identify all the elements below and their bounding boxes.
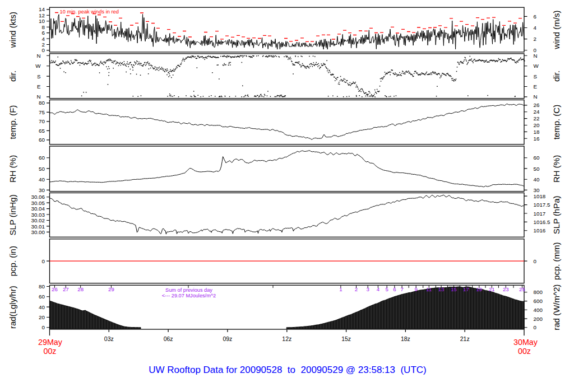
svg-text:0: 0 (534, 258, 537, 264)
svg-text:16: 16 (534, 136, 540, 142)
svg-text:2: 2 (355, 286, 358, 292)
svg-text:E: E (37, 83, 41, 90)
svg-text:1016: 1016 (534, 227, 546, 234)
svg-text:27: 27 (63, 286, 69, 292)
svg-text:N: N (534, 53, 538, 59)
svg-text:2: 2 (42, 41, 45, 48)
svg-text:60: 60 (39, 155, 45, 161)
svg-text:0: 0 (42, 324, 45, 330)
svg-text:80: 80 (39, 100, 45, 106)
svg-text:18: 18 (534, 129, 540, 135)
svg-text:S: S (37, 73, 41, 80)
svg-text:21: 21 (489, 286, 495, 292)
svg-text:W: W (35, 63, 41, 69)
svg-text:dir.: dir. (552, 71, 561, 82)
svg-text:50: 50 (534, 166, 540, 172)
svg-text:4: 4 (534, 25, 537, 31)
svg-text:40: 40 (39, 176, 45, 183)
svg-text:RH (%): RH (%) (552, 155, 561, 183)
svg-text:40: 40 (534, 176, 540, 183)
svg-text:1017.5: 1017.5 (534, 202, 551, 208)
svg-text:N: N (534, 94, 538, 100)
svg-text:temp. (F): temp. (F) (8, 105, 17, 139)
svg-text:0: 0 (42, 47, 45, 53)
svg-text:<--- 29.07 MJoules/m^2: <--- 29.07 MJoules/m^2 (162, 293, 216, 298)
svg-text:3: 3 (367, 286, 369, 292)
svg-text:20: 20 (534, 122, 540, 128)
svg-text:rad(Lgly/hr): rad(Lgly/hr) (8, 286, 17, 329)
svg-text:29May: 29May (38, 338, 63, 347)
svg-text:60: 60 (39, 293, 45, 300)
svg-text:03z: 03z (104, 335, 114, 342)
svg-text:17: 17 (463, 286, 469, 292)
svg-text:wind (m/s): wind (m/s) (552, 11, 561, 50)
svg-text:temp. (C): temp. (C) (552, 105, 561, 140)
svg-text:75: 75 (39, 109, 45, 115)
svg-text:1017: 1017 (534, 211, 546, 217)
svg-text:65: 65 (39, 128, 45, 134)
svg-text:wind (kts): wind (kts) (8, 12, 17, 48)
svg-text:600: 600 (534, 298, 543, 304)
svg-text:pcp. (mm): pcp. (mm) (552, 242, 561, 280)
svg-text:21z: 21z (460, 335, 470, 342)
svg-text:30May: 30May (513, 338, 538, 347)
svg-text:23: 23 (503, 286, 509, 292)
svg-text:N: N (36, 94, 40, 100)
svg-text:0: 0 (534, 324, 537, 330)
svg-text:30.03: 30.03 (31, 212, 45, 218)
svg-text:06z: 06z (164, 335, 173, 342)
svg-text:80: 80 (39, 283, 45, 290)
svg-text:60: 60 (534, 155, 540, 161)
svg-text:26: 26 (52, 286, 58, 292)
svg-text:10 min. peak winds in red: 10 min. peak winds in red (60, 9, 119, 15)
svg-text:70: 70 (39, 118, 45, 124)
svg-text:400: 400 (534, 307, 543, 313)
svg-text:5: 5 (386, 286, 388, 292)
svg-text:50: 50 (39, 166, 45, 172)
svg-text:pcp. (in): pcp. (in) (8, 246, 17, 276)
svg-text:SLP (hPa): SLP (hPa) (552, 195, 561, 234)
svg-text:30.01: 30.01 (31, 223, 45, 230)
svg-text:9: 9 (415, 286, 418, 292)
svg-text:0: 0 (42, 258, 45, 264)
svg-text:RH (%): RH (%) (8, 155, 17, 183)
svg-text:dir.: dir. (8, 71, 17, 82)
svg-text:SLP (inHg): SLP (inHg) (8, 194, 17, 235)
svg-text:6: 6 (42, 30, 45, 36)
svg-text:6: 6 (534, 13, 537, 20)
svg-text:30.05: 30.05 (31, 200, 45, 206)
svg-text:15z: 15z (341, 335, 351, 342)
svg-text:30.02: 30.02 (31, 217, 45, 223)
svg-text:14: 14 (39, 6, 45, 12)
svg-text:25: 25 (519, 286, 525, 292)
svg-text:30.06: 30.06 (31, 194, 45, 200)
svg-text:26: 26 (534, 102, 540, 108)
svg-text:1016.5: 1016.5 (534, 219, 551, 225)
svg-text:19: 19 (476, 286, 482, 292)
svg-text:60: 60 (39, 137, 45, 143)
svg-text:8: 8 (42, 24, 45, 30)
svg-text:W: W (534, 63, 539, 69)
svg-text:1: 1 (339, 286, 342, 292)
svg-text:N: N (36, 53, 40, 59)
svg-text:UW Rooftop Data for 20090528: UW Rooftop Data for 20090528 to 20090529… (149, 365, 426, 375)
svg-text:29: 29 (108, 286, 114, 292)
svg-text:12: 12 (39, 12, 45, 18)
svg-text:30: 30 (534, 187, 540, 193)
svg-text:30: 30 (39, 187, 45, 193)
svg-text:12z: 12z (282, 335, 291, 342)
svg-text:09z: 09z (223, 335, 232, 342)
svg-text:20: 20 (39, 314, 45, 320)
svg-text:30.04: 30.04 (31, 206, 45, 212)
svg-text:4: 4 (377, 286, 380, 292)
svg-text:15: 15 (451, 286, 457, 292)
svg-text:18z: 18z (401, 335, 410, 342)
svg-text:00z: 00z (518, 347, 531, 356)
svg-text:4: 4 (42, 36, 45, 42)
svg-text:E: E (534, 83, 538, 90)
svg-text:rad (W/m^2): rad (W/m^2) (552, 284, 561, 330)
svg-text:24: 24 (534, 109, 540, 115)
svg-text:7: 7 (400, 286, 403, 292)
svg-text:22: 22 (534, 115, 540, 122)
svg-text:13: 13 (438, 286, 445, 292)
